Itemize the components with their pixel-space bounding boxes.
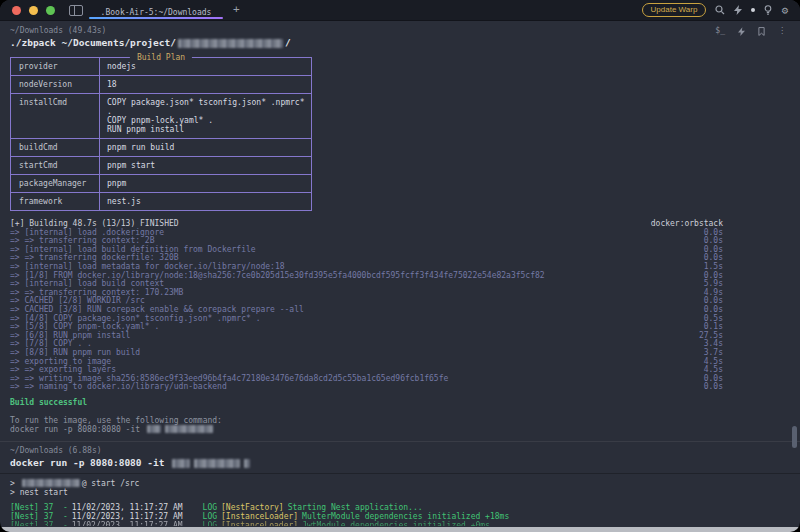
block1-header: ~/Downloads (49.43s) $_ ⋮: [10, 26, 800, 36]
log-line: => [8/8] RUN pnpm run build3.7s: [10, 349, 723, 358]
scrollbar-thumb[interactable]: [792, 426, 797, 448]
tab-title: .Book-Air-5:~/Downloads: [101, 8, 212, 17]
nest-prefix: [Nest] 37 -: [10, 521, 68, 526]
row-value: 18: [99, 76, 311, 93]
window-layout-icon[interactable]: [69, 5, 83, 16]
npm-start-line: > @ start /src: [10, 479, 800, 488]
redacted-text: [194, 459, 240, 468]
build-plan-title: Build Plan: [130, 53, 192, 62]
table-row: startCmdpnpm start: [11, 157, 311, 175]
redacted-text: [244, 459, 250, 468]
nest-prefix: [Nest] 37 -: [10, 503, 68, 512]
nest-level: LOG: [203, 503, 217, 512]
warp-terminal-window: .Book-Air-5:~/Downloads + Update Warp ⚙ …: [0, 0, 800, 532]
bookmark-icon[interactable]: [758, 27, 765, 36]
notification-dot-icon: [751, 8, 755, 12]
maximize-window-button[interactable]: [46, 6, 55, 15]
build-plan-table: Build Plan providernodejs nodeVersion18 …: [10, 57, 312, 211]
row-value: pnpm: [99, 175, 311, 192]
row-value: nest.js: [99, 193, 311, 210]
title-bar: .Book-Air-5:~/Downloads + Update Warp ⚙: [0, 0, 800, 21]
kebab-menu-icon[interactable]: ⋮: [778, 26, 786, 36]
row-key: packageManager: [11, 175, 99, 192]
log-line: => [6/8] RUN pnpm install27.5s: [10, 332, 723, 341]
nest-context: [NestFactory]: [221, 503, 284, 512]
bolt-icon[interactable]: [738, 27, 745, 36]
terminal-tab[interactable]: .Book-Air-5:~/Downloads: [97, 0, 215, 20]
window-bottom-edge: [0, 527, 800, 532]
nest-log-line: [Nest] 37 -11/02/2023, 11:17:27 AMLOG[Ne…: [10, 503, 800, 512]
search-icon[interactable]: [715, 5, 725, 15]
redacted-text: [178, 39, 283, 48]
settings-gear-icon[interactable]: ⚙: [781, 5, 788, 16]
nest-message: MulterModule dependencies initialized +1…: [302, 512, 509, 521]
log-time: 0.0s: [704, 383, 723, 392]
nest-context: [InstanceLoader]: [221, 521, 298, 526]
row-value: COPY package.json* tsconfig.json* .npmrc…: [99, 94, 311, 138]
row-key: installCmd: [11, 94, 99, 138]
table-row: frameworknest.js: [11, 193, 311, 210]
start-suffix: @ start /src: [82, 479, 140, 488]
nest-message: JwtModule dependencies initialized +0ms: [302, 521, 490, 526]
nest-log-line: [Nest] 37 -11/02/2023, 11:17:27 AMLOG[In…: [10, 512, 800, 521]
run-hint-command: docker run -p 8080:8080 -it: [10, 425, 800, 435]
row-key: nodeVersion: [11, 76, 99, 93]
row-value: pnpm start: [99, 157, 311, 174]
nest-timestamp: 11/02/2023, 11:17:27 AM: [72, 512, 183, 521]
table-row: nodeVersion18: [11, 76, 311, 94]
redacted-text: [22, 479, 80, 487]
block1-path: ~/Downloads (49.43s): [10, 26, 106, 36]
prompt-chevron: >: [10, 479, 20, 488]
redacted-text: [147, 425, 161, 433]
new-tab-button[interactable]: +: [233, 1, 240, 19]
redacted-text: [165, 425, 213, 433]
row-key: provider: [11, 58, 99, 75]
nest-start-line: > nest start: [10, 488, 800, 497]
log-line: => exporting to image4.5s: [10, 358, 723, 367]
log-line: => => naming to docker.io/library/udn-ba…: [10, 383, 723, 392]
terminal-prompt-icon[interactable]: $_: [715, 26, 725, 36]
row-key: startCmd: [11, 157, 99, 174]
nest-context: [InstanceLoader]: [221, 512, 298, 521]
block2-path: ~/Downloads (6.88s): [10, 446, 102, 456]
block1-command: ./zbpack ~/Documents/project//: [10, 36, 800, 49]
table-row: packageManagerpnpm: [11, 175, 311, 193]
row-key: buildCmd: [11, 139, 99, 156]
nest-prefix: [Nest] 37 -: [10, 512, 68, 521]
close-window-button[interactable]: [12, 6, 21, 15]
command-text-suffix: /: [285, 37, 291, 48]
ai-bolt-icon[interactable]: [734, 5, 742, 15]
minimize-window-button[interactable]: [29, 6, 38, 15]
command-text: ./zbpack ~/Documents/project/: [10, 37, 176, 48]
nest-message: Starting Nest application...: [288, 503, 423, 512]
nest-timestamp: 11/02/2023, 11:17:27 AM: [72, 521, 183, 526]
table-row: installCmdCOPY package.json* tsconfig.js…: [11, 94, 311, 139]
command-text: docker run -p 8080:8080 -it: [10, 457, 164, 468]
redacted-text: [172, 459, 190, 468]
traffic-lights: [12, 6, 55, 15]
update-warp-button[interactable]: Update Warp: [642, 3, 707, 17]
block1-actions: $_ ⋮: [715, 26, 786, 36]
block2-command: docker run -p 8080:8080 -it: [10, 456, 800, 469]
clipped-log-line: [Nest] 37 -11/02/2023, 11:17:27 AMLOG[In…: [10, 521, 800, 526]
build-successful-message: Build successful: [10, 398, 800, 407]
table-row: buildCmdpnpm run build: [11, 139, 311, 157]
nest-timestamp: 11/02/2023, 11:17:27 AM: [72, 503, 183, 512]
nest-level: LOG: [203, 512, 217, 521]
row-value: pnpm run build: [99, 139, 311, 156]
lightbulb-icon[interactable]: [764, 5, 772, 15]
run-hint: To run the image, use the following comm…: [10, 416, 800, 425]
hint-command-text: docker run -p 8080:8080 -it: [10, 425, 140, 434]
log-text: => => naming to docker.io/library/udn-ba…: [10, 383, 227, 392]
block2-header: ~/Downloads (6.88s): [10, 446, 800, 456]
nest-level: LOG: [203, 521, 217, 526]
row-key: framework: [11, 193, 99, 210]
